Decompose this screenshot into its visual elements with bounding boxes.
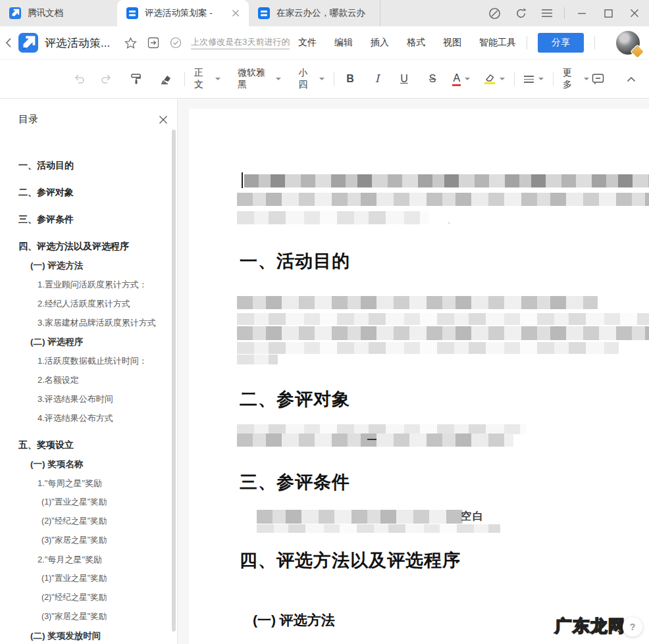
font-family-select[interactable]: 微软雅黑 [238,67,281,91]
redacted-text-block[interactable] [237,193,649,206]
toc-item[interactable]: 二、参评对象 [0,183,177,202]
toc-item[interactable]: 1.置业顾问活跃度累计方式： [0,275,177,294]
subheading-selection-method[interactable]: (一) 评选方法 [253,611,335,630]
heading-participants[interactable]: 二、参评对象 [240,387,350,411]
toc-item[interactable]: 2.经纪人活跃度累计方式 [0,294,177,313]
toc-item[interactable]: (3)"家居之星"奖励 [0,531,177,550]
help-button[interactable]: ? [623,617,642,637]
strikethrough-button[interactable]: S [427,71,439,87]
menu-view[interactable]: 视图 [443,37,461,49]
tencent-docs-logo-icon[interactable] [18,33,38,53]
redacted-text-block[interactable] [257,510,463,524]
toc-item[interactable]: (二) 奖项发放时间 [0,626,177,644]
menu-insert[interactable]: 插入 [371,37,389,49]
toc-item[interactable]: 1."每周之星"奖励 [0,474,177,493]
tab-tencent-docs[interactable]: 腾讯文档 [0,0,117,26]
toc-item[interactable]: 3.家居建材品牌活跃度累计方式 [0,313,177,332]
toc-item[interactable]: (一) 奖项名称 [0,455,177,474]
tab-cloud-office[interactable]: 在家云办公，哪款云办 [249,0,380,26]
paragraph-style-select[interactable]: 正文 [194,67,221,91]
sidebar-scrollbar[interactable] [172,130,176,632]
menu-format[interactable]: 格式 [407,37,425,49]
redacted-text-block[interactable] [237,296,598,309]
toc-item[interactable]: 2.名额设定 [0,370,177,389]
underline-button[interactable]: U [398,71,411,87]
move-to-folder-icon[interactable] [147,37,159,49]
menu-file[interactable]: 文件 [298,37,317,49]
clear-format-icon[interactable] [157,71,175,87]
more-tools-button[interactable]: 更多 [563,67,589,91]
window-minimize-icon[interactable] [573,4,591,22]
heading-selection-method[interactable]: 四、评选方法以及评选程序 [240,549,461,572]
toc-item[interactable]: (二) 评选程序 [0,332,177,351]
redo-icon[interactable] [97,71,115,87]
document-canvas: 、 一、活动目的 二、参评对象 三、参评条件 空白 四、评选方法以及评选程序 (… [178,99,649,644]
toc-item[interactable]: 一、活动目的 [0,156,177,175]
italic-button[interactable]: I [373,71,382,87]
redacted-text-block[interactable] [257,524,500,533]
format-painter-icon[interactable] [128,70,144,87]
redacted-text-block[interactable] [237,326,649,340]
redacted-text-block[interactable] [237,313,649,325]
share-button[interactable]: 分享 [538,33,584,53]
toc-close-icon[interactable] [159,115,168,124]
redacted-text-block[interactable] [237,342,619,354]
bold-button[interactable]: B [344,71,357,87]
user-avatar[interactable] [616,31,640,55]
divider [527,36,527,49]
last-modified-status[interactable]: 上次修改是在3天前进行的 [191,36,290,49]
toc-item[interactable]: (1)"置业之星"奖励 [0,493,177,512]
redacted-text-block[interactable] [237,424,527,434]
toc-item[interactable]: 2."每月之星"奖励 [0,550,177,569]
toc-item[interactable]: (1)"置业之星"奖励 [0,569,177,588]
toc-item[interactable]: 3.评选结果公布时间 [0,389,177,409]
font-size-select[interactable]: 小四 [298,67,324,91]
redacted-text-block[interactable] [237,211,429,224]
toc-item[interactable]: (一) 评选方法 [0,256,177,275]
toc-title: 目录 [18,113,38,126]
browser-tab-bar: 腾讯文档 评选活动策划案 - 在家云办公，哪款云办 [0,0,649,26]
browser-menu-icon[interactable] [538,4,556,22]
tab-document-active[interactable]: 评选活动策划案 - [117,0,249,26]
redacted-text-block[interactable] [237,433,513,447]
redacted-text-block[interactable] [244,174,649,187]
toc-item[interactable]: 三、参评条件 [0,210,177,229]
browser-stop-icon[interactable] [485,4,504,22]
tab-label: 腾讯文档 [28,7,108,19]
heading-activity-purpose[interactable]: 一、活动目的 [240,249,350,273]
toc-item[interactable]: (2)"经纪之星"奖励 [0,588,177,607]
comment-icon[interactable] [589,70,607,87]
undo-icon[interactable] [71,71,88,87]
chevron-down-icon [538,78,544,80]
divider [564,7,565,19]
browser-refresh-icon[interactable] [511,4,530,22]
toc-item[interactable]: 4.评选结果公布方式 [0,409,177,428]
toc-item[interactable]: (3)"家居之星"奖励 [0,607,177,626]
divider [594,36,595,49]
window-maximize-icon[interactable] [599,4,617,22]
tab-close-icon[interactable] [232,9,240,17]
menu-smart-tools[interactable]: 智能工具 [479,37,516,49]
highlight-color-button[interactable] [484,74,505,84]
toc-item[interactable]: 五、奖项设立 [0,435,177,455]
back-icon[interactable] [5,37,12,48]
toc-item[interactable]: 1.活跃度数据截止统计时间： [0,351,177,370]
star-icon[interactable] [124,37,137,49]
redacted-text-block[interactable] [237,355,278,364]
toc-item[interactable]: (2)"经纪之星"奖励 [0,512,177,531]
line-spacing-icon [524,76,534,83]
toc-item[interactable]: 四、评选方法以及评选程序 [0,237,177,256]
doc-header: 评选活动策... 上次修改是在3天前进行的 文件 编辑 插入 格式 视图 智能工… [0,26,649,59]
tab-label: 在家云办公，哪款云办 [276,7,371,19]
document-page[interactable]: 、 一、活动目的 二、参评对象 三、参评条件 空白 四、评选方法以及评选程序 (… [189,109,649,644]
toc-sidebar: 目录 一、活动目的 二、参评对象 三、参评条件 四、评选方法以及评选程序 (一)… [0,99,178,644]
doc-title[interactable]: 评选活动策... [45,36,110,51]
chevron-down-icon [276,78,281,80]
window-close-icon[interactable] [625,4,644,22]
menu-edit[interactable]: 编辑 [334,37,353,49]
collapse-toolbar-icon[interactable] [624,74,638,85]
heading-conditions[interactable]: 三、参评条件 [240,470,350,494]
chevron-down-icon [319,78,324,80]
line-spacing-button[interactable] [524,76,544,83]
text-color-button[interactable]: A [453,72,470,86]
